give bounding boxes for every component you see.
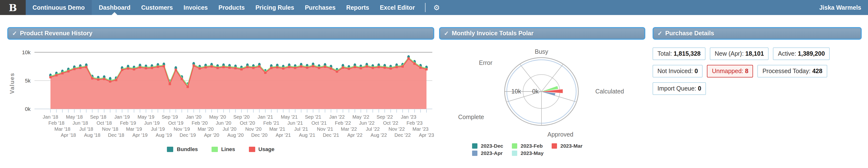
nav-item-reports[interactable]: Reports (341, 0, 374, 15)
app-logo[interactable]: B (0, 0, 26, 15)
svg-text:May '22: May '22 (352, 114, 369, 120)
svg-text:Mar '18: Mar '18 (54, 126, 70, 132)
active-tab-caret-icon (112, 12, 118, 15)
nav-item-invoices[interactable]: Invoices (178, 0, 213, 15)
legend-label: Lines (221, 146, 235, 152)
svg-text:Mar '19: Mar '19 (126, 126, 142, 132)
panel-header-product-revenue[interactable]: ✓ Product Revenue History (7, 27, 434, 40)
legend-swatch-icon (552, 143, 557, 149)
nav-item-excel-editor[interactable]: Excel Editor (375, 0, 421, 15)
svg-text:Dec '22: Dec '22 (395, 132, 411, 138)
check-icon: ✓ (12, 30, 17, 37)
svg-text:Mar '20: Mar '20 (198, 126, 214, 132)
nav-item-dashboard[interactable]: Dashboard (93, 0, 136, 15)
svg-text:Jul '21: Jul '21 (294, 126, 308, 132)
svg-text:Jun '21: Jun '21 (287, 120, 303, 126)
legend-label: Bundles (177, 146, 198, 152)
legend-label: 2023-May (521, 150, 544, 156)
badge-total: Total: 1,815,328 (653, 47, 706, 60)
panel-header-invoice-polar[interactable]: ✓ Monthly Invoice Totals Polar (439, 27, 645, 40)
panel-header-purchase-details[interactable]: ✓ Purchase Details (653, 27, 862, 40)
badge-row: Import Queue: 0 (653, 82, 706, 95)
svg-text:Jun '19: Jun '19 (144, 120, 160, 126)
legend-item-bundles: Bundles (167, 146, 198, 152)
legend-item-usage: Usage (249, 146, 274, 152)
nav-item-purchases[interactable]: Purchases (300, 0, 341, 15)
legend-item-2023-feb: 2023-Feb (512, 143, 552, 149)
legend-label: 2023-Apr (481, 150, 503, 156)
panel-title: Monthly Invoice Totals Polar (452, 30, 533, 37)
svg-text:Jan '20: Jan '20 (186, 114, 202, 120)
top-navbar: B Continuous Demo DashboardCustomersInvo… (0, 0, 868, 15)
svg-text:Oct '18: Oct '18 (97, 120, 112, 126)
legend-swatch-icon (512, 150, 517, 156)
svg-text:May '20: May '20 (209, 114, 226, 120)
svg-text:Jul '18: Jul '18 (79, 126, 93, 132)
svg-text:Oct '22: Oct '22 (383, 120, 398, 126)
svg-text:Jul '20: Jul '20 (223, 126, 237, 132)
svg-text:Calculated: Calculated (595, 88, 624, 95)
svg-text:Mar '21: Mar '21 (269, 126, 285, 132)
svg-text:Feb '19: Feb '19 (120, 120, 136, 126)
svg-text:Jun '20: Jun '20 (216, 120, 231, 126)
legend-swatch-icon (472, 143, 477, 149)
legend-label: 2023-Feb (521, 143, 543, 149)
svg-text:Sep '20: Sep '20 (234, 114, 250, 120)
svg-text:Feb '20: Feb '20 (192, 120, 208, 126)
nav-item-pricing-rules[interactable]: Pricing Rules (250, 0, 300, 15)
svg-text:Feb '22: Feb '22 (335, 120, 351, 126)
panel-product-revenue-history: ✓ Product Revenue History 0k5k10kValuesJ… (7, 27, 434, 152)
user-menu[interactable]: Jiska Warmels (812, 0, 868, 15)
svg-text:0k: 0k (25, 106, 31, 112)
svg-text:Sep '19: Sep '19 (161, 114, 178, 120)
svg-text:Aug '18: Aug '18 (84, 132, 100, 138)
svg-text:Aug '20: Aug '20 (227, 132, 244, 138)
svg-text:Dec '18: Dec '18 (108, 132, 124, 138)
svg-text:Apr '19: Apr '19 (132, 132, 148, 138)
svg-text:Apr '22: Apr '22 (347, 132, 363, 138)
badge-new-apr: New (Apr): 18,101 (710, 47, 769, 60)
nav-item-products[interactable]: Products (213, 0, 250, 15)
legend-label: 2023-Dec (481, 143, 503, 149)
legend-swatch-icon (212, 146, 218, 152)
legend-swatch-icon (167, 146, 174, 152)
svg-text:0k: 0k (532, 88, 539, 95)
svg-text:Complete: Complete (458, 114, 484, 120)
svg-text:Jan '23: Jan '23 (401, 114, 416, 120)
badge-row: Total: 1,815,328New (Apr): 18,101Active:… (653, 47, 830, 60)
badge-processed-today: Processed Today: 428 (757, 65, 827, 78)
svg-text:Jan '22: Jan '22 (329, 114, 345, 120)
svg-text:Feb '23: Feb '23 (407, 120, 423, 126)
svg-text:Jan '21: Jan '21 (258, 114, 273, 120)
brand-label[interactable]: Continuous Demo (26, 0, 91, 15)
svg-text:Oct '20: Oct '20 (240, 120, 255, 126)
svg-text:Apr '21: Apr '21 (276, 132, 291, 138)
svg-text:10k: 10k (22, 49, 31, 55)
svg-text:Aug '21: Aug '21 (299, 132, 315, 138)
svg-text:Nov '19: Nov '19 (174, 126, 190, 132)
legend-item-2023-may: 2023-May (512, 150, 552, 156)
svg-text:Nov '20: Nov '20 (245, 126, 261, 132)
svg-text:Apr '20: Apr '20 (204, 132, 219, 138)
svg-text:Dec '19: Dec '19 (180, 132, 196, 138)
legend-item-2023-mar: 2023-Mar (552, 143, 591, 149)
legend-item-2023-apr: 2023-Apr (472, 150, 512, 156)
nav-item-customers[interactable]: Customers (136, 0, 178, 15)
svg-text:Apr '18: Apr '18 (61, 132, 76, 138)
svg-text:Approved: Approved (547, 131, 573, 138)
logo-b-icon: B (9, 3, 17, 12)
svg-text:10k: 10k (512, 88, 521, 95)
revenue-area-chart: 0k5k10kValuesJan '18Feb '18Mar '18Apr '1… (7, 40, 434, 142)
svg-text:Jun '22: Jun '22 (359, 120, 375, 126)
svg-text:Dec '21: Dec '21 (323, 132, 339, 138)
legend-item-2023-dec: 2023-Dec (472, 143, 512, 149)
panel-monthly-invoice-polar: ✓ Monthly Invoice Totals Polar BusyCalcu… (439, 27, 645, 156)
panel-title: Product Revenue History (20, 30, 92, 37)
badge-unmapped: Unmapped: 8 (707, 65, 753, 78)
nav-menu: DashboardCustomersInvoicesProductsPricin… (93, 0, 420, 15)
settings-gear-icon[interactable]: ⚙ (430, 0, 443, 15)
revenue-chart-legend: BundlesLinesUsage (7, 146, 434, 152)
badge-import-queue: Import Queue: 0 (653, 82, 706, 95)
svg-text:Jul '22: Jul '22 (366, 126, 380, 132)
svg-text:Mar '23: Mar '23 (412, 126, 428, 132)
